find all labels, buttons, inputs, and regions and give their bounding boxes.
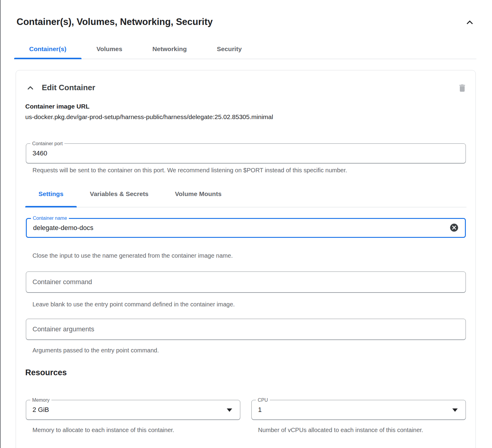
tab-settings[interactable]: Settings — [25, 181, 77, 207]
memory-select[interactable]: Memory 2 GiB — [26, 400, 240, 420]
edit-container-card: Edit Container Container image URL us-do… — [16, 70, 476, 448]
resources-heading: Resources — [25, 368, 67, 377]
tab-volumes[interactable]: Volumes — [81, 39, 137, 59]
tab-networking[interactable]: Networking — [137, 39, 202, 59]
trash-icon — [457, 83, 467, 94]
dropdown-arrow-icon — [227, 409, 232, 412]
container-image-url-value: us-docker.pkg.dev/gar-prod-setup/harness… — [25, 113, 273, 121]
tab-volumes-label: Volumes — [97, 45, 122, 53]
edit-container-title: Edit Container — [42, 83, 95, 92]
container-port-input[interactable] — [26, 144, 466, 163]
chevron-up-icon — [465, 18, 475, 28]
cpu-helper: Number of vCPUs allocated to each instan… — [258, 425, 426, 435]
clear-input-icon[interactable] — [449, 223, 460, 233]
tab-security-label: Security — [217, 45, 242, 53]
collapse-section-button[interactable] — [464, 17, 476, 29]
tab-variables-secrets[interactable]: Variables & Secrets — [77, 181, 162, 207]
memory-helper: Memory to allocate to each instance of t… — [32, 425, 237, 435]
tab-containers[interactable]: Container(s) — [14, 39, 81, 59]
container-command-field[interactable] — [26, 272, 466, 293]
memory-selected-value: 2 GiB — [32, 406, 49, 414]
container-port-field[interactable]: Container port — [26, 143, 466, 163]
memory-label: Memory — [30, 397, 51, 403]
top-tabbar: Container(s) Volumes Networking Security — [14, 39, 476, 59]
container-image-url-label: Container image URL — [25, 103, 90, 110]
container-command-input[interactable] — [26, 272, 466, 292]
panel-left-edge — [0, 0, 1, 448]
tab-security[interactable]: Security — [202, 39, 257, 59]
tab-volume-mounts-label: Volume Mounts — [175, 190, 222, 198]
tab-networking-label: Networking — [152, 45, 187, 53]
page-title: Container(s), Volumes, Networking, Secur… — [17, 17, 213, 27]
chevron-up-icon — [26, 84, 35, 94]
container-name-helper: Close the input to use the name generate… — [32, 251, 233, 261]
container-arguments-helper: Arguments passed to the entry point comm… — [32, 345, 159, 355]
tab-settings-label: Settings — [38, 190, 63, 198]
tab-variables-secrets-label: Variables & Secrets — [90, 190, 149, 198]
tab-volume-mounts[interactable]: Volume Mounts — [162, 181, 235, 207]
tab-containers-label: Container(s) — [29, 45, 66, 53]
cpu-select[interactable]: CPU 1 — [251, 400, 466, 420]
cpu-label: CPU — [256, 397, 270, 403]
dropdown-arrow-icon — [452, 409, 458, 412]
container-arguments-input[interactable] — [26, 319, 466, 339]
container-command-helper: Leave blank to use the entry point comma… — [32, 299, 235, 309]
container-inner-tabbar: Settings Variables & Secrets Volume Moun… — [25, 181, 466, 207]
container-arguments-field[interactable] — [26, 319, 466, 340]
container-name-field[interactable]: Container name — [26, 218, 466, 238]
delete-container-button[interactable] — [456, 82, 469, 95]
edit-container-collapse-button[interactable] — [24, 82, 37, 95]
container-port-helper: Requests will be sent to the container o… — [32, 165, 347, 175]
container-name-input[interactable] — [27, 219, 465, 237]
cpu-selected-value: 1 — [258, 406, 262, 414]
